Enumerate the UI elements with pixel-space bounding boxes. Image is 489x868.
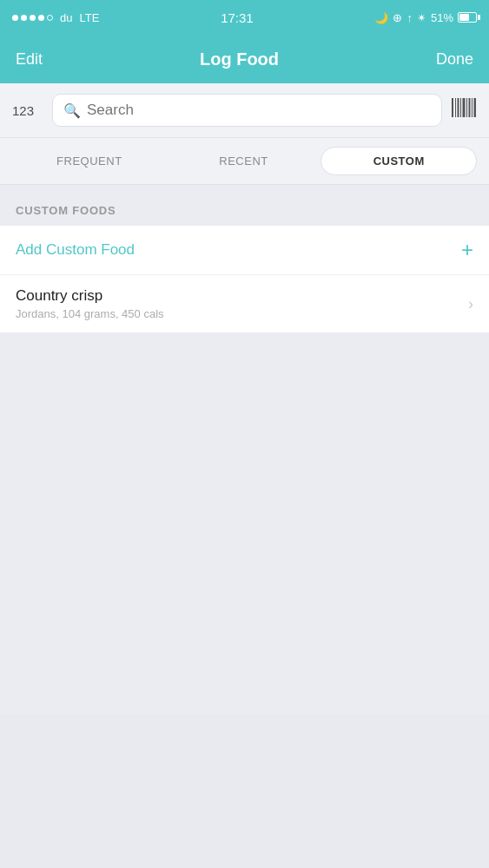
food-item-row[interactable]: Country crisp Jordans, 104 grams, 450 ca…: [0, 275, 489, 332]
list-container: Add Custom Food + Country crisp Jordans,…: [0, 226, 489, 332]
carrier-label: du: [60, 11, 72, 24]
search-input-wrapper[interactable]: 🔍: [52, 94, 442, 127]
svg-rect-4: [463, 98, 466, 117]
barcode-icon[interactable]: [451, 98, 477, 122]
signal-dots: [12, 15, 53, 21]
moon-icon: 🌙: [374, 11, 388, 24]
food-name: Country crisp: [16, 287, 468, 305]
food-info: Country crisp Jordans, 104 grams, 450 ca…: [16, 287, 468, 320]
nav-bar: Edit Log Food Done: [0, 35, 489, 83]
content-area: CUSTOM FOODS Add Custom Food + Country c…: [0, 185, 489, 714]
add-custom-food-label: Add Custom Food: [16, 241, 135, 259]
status-left: du LTE: [12, 11, 99, 24]
tab-custom[interactable]: CUSTOM: [320, 147, 477, 175]
svg-rect-8: [474, 98, 477, 117]
network-label: LTE: [79, 11, 99, 24]
svg-rect-0: [452, 98, 453, 117]
keyboard-123-label[interactable]: 123: [12, 103, 43, 118]
svg-rect-6: [469, 98, 471, 117]
status-bar: du LTE 17:31 🌙 ⊕ ↑ ✴ 51%: [0, 0, 489, 35]
search-icon: 🔍: [63, 102, 81, 119]
tab-frequent[interactable]: FREQUENT: [12, 148, 167, 174]
signal-dot-1: [12, 15, 18, 21]
battery-percent: 51%: [431, 11, 453, 24]
signal-dot-2: [21, 15, 27, 21]
add-custom-food-button[interactable]: Add Custom Food +: [0, 226, 489, 275]
search-section: 123 🔍: [0, 83, 489, 138]
done-button[interactable]: Done: [436, 50, 473, 69]
bluetooth-icon: ✴: [417, 11, 426, 24]
signal-dot-3: [30, 15, 36, 21]
tab-bar: FREQUENT RECENT CUSTOM: [0, 138, 489, 185]
svg-rect-5: [466, 98, 467, 117]
chevron-right-icon: ›: [468, 295, 473, 313]
add-plus-icon: +: [461, 240, 473, 260]
svg-rect-3: [460, 98, 461, 117]
page-title: Log Food: [200, 49, 279, 69]
arrow-icon: ↑: [406, 11, 413, 24]
battery-fill: [459, 14, 469, 21]
edit-button[interactable]: Edit: [16, 50, 43, 69]
signal-dot-5: [47, 15, 53, 21]
svg-rect-1: [455, 98, 456, 117]
status-right: 🌙 ⊕ ↑ ✴ 51%: [374, 11, 477, 24]
food-meta: Jordans, 104 grams, 450 cals: [16, 307, 468, 320]
tab-recent[interactable]: RECENT: [167, 148, 321, 174]
battery-icon: [458, 12, 477, 23]
svg-rect-2: [458, 98, 459, 117]
empty-area: [0, 332, 489, 714]
svg-rect-7: [472, 98, 472, 117]
section-header: CUSTOM FOODS: [0, 185, 489, 226]
search-input[interactable]: [87, 102, 431, 119]
location-icon: ⊕: [393, 11, 402, 24]
signal-dot-4: [38, 15, 44, 21]
status-time: 17:31: [221, 10, 254, 25]
